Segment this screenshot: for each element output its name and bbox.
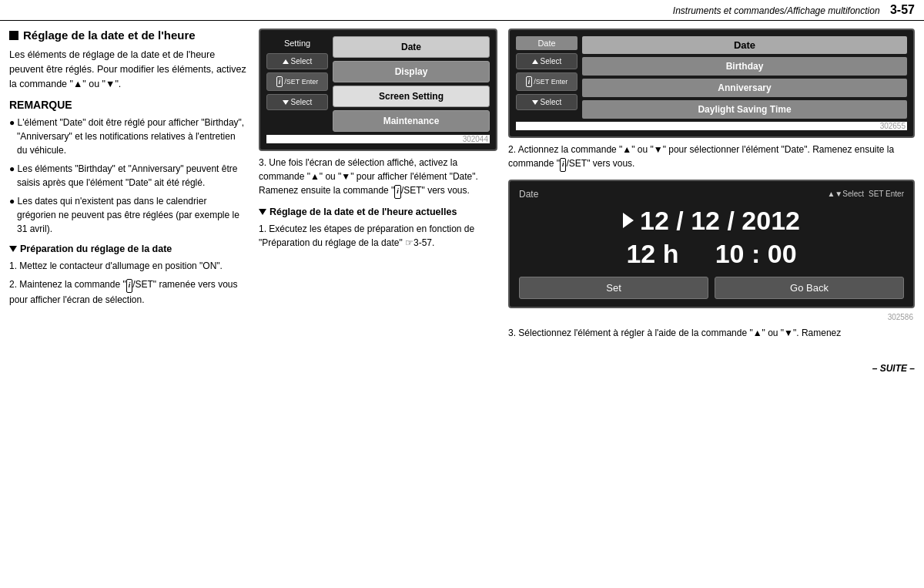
prep-title: Préparation du réglage de la date: [9, 244, 248, 254]
remarque-list: L'élément "Date" doit être réglé pour af…: [9, 116, 248, 236]
triangle-down-icon: [9, 246, 17, 252]
date-title-bar: Date: [582, 36, 907, 54]
triangle-up-icon: [283, 59, 289, 64]
right-caption-2: 3. Sélectionnez l'élément à régler à l'a…: [508, 326, 915, 340]
screen-code-3: 302586: [508, 311, 915, 321]
menu-screen-inner: Setting Select i /SET Enter Select: [266, 36, 490, 132]
right-column: Date Select i /SET Enter Select: [508, 29, 915, 348]
menu-item-screen-setting[interactable]: Screen Setting: [333, 86, 490, 107]
date-select-down-btn[interactable]: Select: [516, 94, 578, 110]
section-title-text: Réglage de la date et de l'heure: [23, 29, 196, 42]
section-title: Réglage de la date et de l'heure: [9, 29, 248, 42]
menu-left-panel: Setting Select i /SET Enter Select: [266, 36, 328, 132]
right-caption-1: 2. Actionnez la commande "▲" ou "▼" pour…: [508, 143, 915, 172]
datetime-enter-label: SET Enter: [869, 190, 904, 198]
go-back-button[interactable]: Go Back: [715, 277, 904, 299]
page-header: Instruments et commandes/Affichage multi…: [0, 0, 924, 21]
i-set-icon: i: [276, 76, 283, 87]
menu-right-panel: Date Display Screen Setting Maintenance: [333, 36, 490, 132]
date-screen-inner: Date Select i /SET Enter Select: [516, 36, 907, 119]
page-number: 3-57: [890, 3, 915, 16]
set-button[interactable]: Set: [519, 277, 708, 299]
screen-code-1: 302044: [266, 135, 490, 143]
datetime-date-value: 12 / 12 / 2012: [640, 206, 800, 236]
tri-up-icon: [532, 59, 538, 64]
remarque-item-3: Les dates qui n'existent pas dans le cal…: [9, 194, 248, 236]
prep-step-1: 1. Mettez le contacteur d'allumage en po…: [9, 259, 248, 273]
date-select-up-btn[interactable]: Select: [516, 53, 578, 69]
date-enter-btn[interactable]: i /SET Enter: [516, 72, 578, 91]
datetime-time-value: 12 h 10 : 00: [626, 239, 796, 268]
footer-text: – SUITE –: [0, 363, 924, 374]
mid-column: Setting Select i /SET Enter Select: [259, 29, 497, 348]
menu-item-display[interactable]: Display: [333, 61, 490, 82]
datetime-footer: Set Go Back: [519, 277, 904, 299]
remarque-item-2: Les éléments "Birthday" et "Anniversary"…: [9, 162, 248, 190]
select-down-btn[interactable]: Select: [266, 94, 328, 110]
i-set-icon-2: i: [526, 76, 533, 87]
datetime-header: Date ▲▼Select SET Enter: [519, 189, 904, 200]
datetime-time-display: 12 h 10 : 00: [519, 239, 904, 269]
menu-item-date[interactable]: Date: [333, 36, 490, 58]
title-square-icon: [9, 31, 18, 40]
prep-step-2: 2. Maintenez la commande "i/SET" ramenée…: [9, 277, 248, 307]
date-item-daylight[interactable]: Daylight Saving Time: [582, 100, 907, 119]
datetime-select-label: ▲▼Select: [827, 190, 864, 198]
screen-date-options: Date Select i /SET Enter Select: [508, 29, 915, 138]
setting-label: Setting: [266, 36, 328, 50]
select-up-btn[interactable]: Select: [266, 53, 328, 69]
remarque-item-1: L'élément "Date" doit être réglé pour af…: [9, 116, 248, 157]
date-item-birthday[interactable]: Birthday: [582, 57, 907, 76]
datetime-header-left: Date: [519, 189, 538, 200]
intro-text: Les éléments de réglage de la date et de…: [9, 48, 248, 91]
triangle-down-btn-icon: [283, 100, 289, 105]
mid-sub-title: Réglage de la date et de l'heure actuell…: [259, 207, 497, 217]
datetime-header-right: ▲▼Select SET Enter: [827, 190, 904, 198]
header-section: Instruments et commandes/Affichage multi…: [673, 5, 880, 16]
mid-caption-1: 3. Une fois l'écran de sélection affiché…: [259, 156, 497, 199]
menu-item-maintenance[interactable]: Maintenance: [333, 110, 490, 132]
enter-btn[interactable]: i /SET Enter: [266, 72, 328, 91]
main-content: Réglage de la date et de l'heure Les élé…: [0, 21, 924, 355]
tri-down-icon: [532, 100, 538, 105]
left-column: Réglage de la date et de l'heure Les élé…: [9, 29, 248, 348]
date-right-panel: Date Birthday Anniversary Daylight Savin…: [582, 36, 907, 119]
date-header-label: Date: [516, 36, 578, 50]
mid-sub-step1: 1. Exécutez les étapes de préparation en…: [259, 222, 497, 250]
date-left-panel: Date Select i /SET Enter Select: [516, 36, 578, 119]
remarque-title: REMARQUE: [9, 99, 248, 111]
screen-code-2: 302655: [516, 122, 907, 130]
triangle-down-icon-2: [259, 209, 266, 215]
prep-steps: 1. Mettez le contacteur d'allumage en po…: [9, 259, 248, 307]
screen-datetime: Date ▲▼Select SET Enter 12 / 12 / 2012 1…: [508, 180, 915, 308]
screen-menu: Setting Select i /SET Enter Select: [259, 29, 497, 151]
date-item-anniversary[interactable]: Anniversary: [582, 79, 907, 97]
datetime-date-display: 12 / 12 / 2012: [519, 206, 904, 236]
play-icon: [623, 213, 634, 228]
